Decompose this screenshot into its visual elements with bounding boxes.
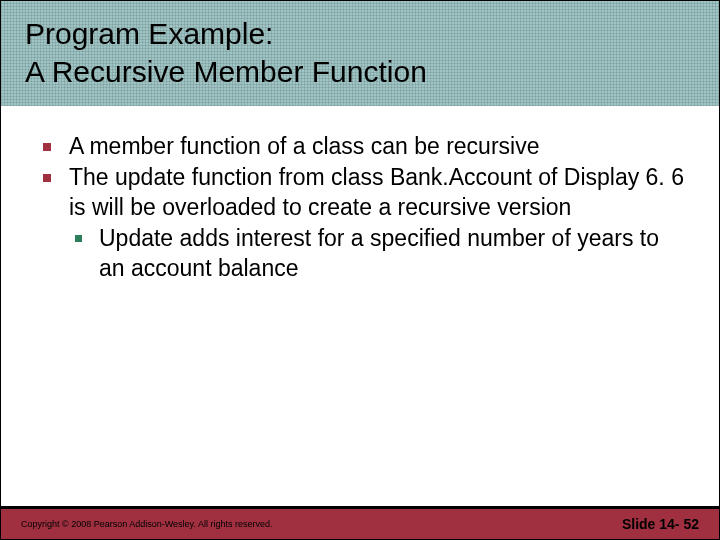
sub-bullet-item: Update adds interest for a specified num… xyxy=(69,224,689,283)
title-line-2: A Recursive Member Function xyxy=(25,55,427,88)
copyright-text: Copyright © 2008 Pearson Addison-Wesley.… xyxy=(21,519,272,529)
slide: Program Example: A Recursive Member Func… xyxy=(0,0,720,540)
sub-bullet-text: Update adds interest for a specified num… xyxy=(99,225,659,280)
slide-number: Slide 14- 52 xyxy=(622,516,699,532)
title-line-1: Program Example: xyxy=(25,17,273,50)
slide-body: A member function of a class can be recu… xyxy=(1,106,719,283)
title-bar: Program Example: A Recursive Member Func… xyxy=(1,1,719,106)
bullet-item: A member function of a class can be recu… xyxy=(39,132,689,161)
bullet-text: A member function of a class can be recu… xyxy=(69,133,539,159)
slide-title: Program Example: A Recursive Member Func… xyxy=(25,15,699,90)
bullet-text: The update function from class Bank.Acco… xyxy=(69,164,684,219)
footer: Copyright © 2008 Pearson Addison-Wesley.… xyxy=(1,509,719,539)
bullet-item: The update function from class Bank.Acco… xyxy=(39,163,689,283)
sub-bullet-list: Update adds interest for a specified num… xyxy=(69,224,689,283)
bullet-list: A member function of a class can be recu… xyxy=(39,132,689,283)
